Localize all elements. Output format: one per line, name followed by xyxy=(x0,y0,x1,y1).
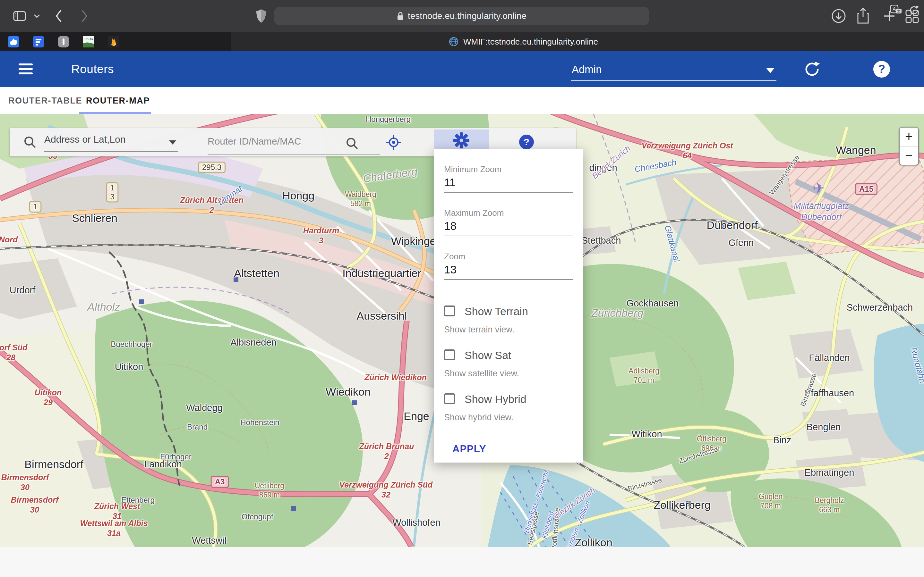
browser-tab-strip: USDA WMIF:testnode.eu.thingularity.onlin… xyxy=(0,32,924,51)
router-search-button[interactable] xyxy=(345,137,359,151)
show-hybrid-label[interactable]: Show Hybrid xyxy=(465,393,527,406)
map-zoom-control: + − xyxy=(899,127,919,165)
app-header: Routers Admin ? xyxy=(0,51,924,87)
zoom-input[interactable]: 13 xyxy=(444,263,457,276)
show-terrain-checkbox[interactable] xyxy=(444,306,455,316)
max-zoom-label: Maximum Zoom xyxy=(444,208,504,218)
sidebar-toggle-icon[interactable] xyxy=(13,10,27,23)
show-sat-label[interactable]: Show Sat xyxy=(465,349,511,362)
map-help-button[interactable]: ? xyxy=(519,135,534,149)
show-hybrid-desc: Show hybrid view. xyxy=(444,413,513,422)
user-select[interactable]: Admin xyxy=(571,61,776,81)
active-tab[interactable]: WMIF:testnode.eu.thingularity.online xyxy=(449,32,598,51)
browser-toolbar: testnode.eu.thingularity.online A 文 xyxy=(0,0,924,32)
globe-icon xyxy=(449,37,459,47)
select-underline xyxy=(44,151,178,152)
active-tab-indicator xyxy=(79,112,151,114)
share-icon[interactable] xyxy=(856,7,870,24)
show-terrain-label[interactable]: Show Terrain xyxy=(465,305,528,318)
lock-icon xyxy=(397,11,404,21)
show-terrain-desc: Show terrain view. xyxy=(444,325,514,335)
tab-overview-icon[interactable] xyxy=(905,9,919,24)
address-bar[interactable]: testnode.eu.thingularity.online xyxy=(274,7,649,25)
favorites-bar: USDA xyxy=(0,32,231,51)
show-hybrid-checkbox[interactable] xyxy=(444,393,455,404)
refresh-button[interactable] xyxy=(804,60,821,78)
page-title: Routers xyxy=(71,51,114,87)
min-zoom-input[interactable]: 11 xyxy=(444,176,456,189)
zoom-in-button[interactable]: + xyxy=(900,127,918,147)
search-type-value: Address or Lat,Lon xyxy=(44,134,126,145)
svg-text:USDA: USDA xyxy=(84,37,94,41)
min-zoom-label: Minimum Zoom xyxy=(444,164,501,174)
url-text: testnode.eu.thingularity.online xyxy=(408,11,527,21)
chevron-down-icon xyxy=(169,140,176,145)
map-settings-panel: Minimum Zoom 11 Maximum Zoom 18 Zoom 13 … xyxy=(434,149,583,463)
max-zoom-input[interactable]: 18 xyxy=(444,219,457,232)
icloud-icon[interactable] xyxy=(8,36,19,47)
firebase-icon[interactable] xyxy=(108,36,120,47)
apply-button[interactable]: APPLY xyxy=(452,443,486,455)
tab-router-table[interactable]: ROUTER-TABLE xyxy=(8,87,82,114)
view-tabs: ROUTER-TABLE ROUTER-MAP xyxy=(0,87,924,114)
usda-icon[interactable]: USDA xyxy=(83,36,94,47)
chevron-down-icon xyxy=(766,68,774,73)
search-icon xyxy=(23,135,37,149)
zoom-label: Zoom xyxy=(444,251,465,261)
show-sat-checkbox[interactable] xyxy=(444,350,455,360)
menu-button[interactable] xyxy=(19,63,33,75)
gray-app-icon[interactable] xyxy=(58,36,69,47)
search-type-select[interactable]: Address or Lat,Lon xyxy=(44,134,179,151)
tab-title-text: WMIF:testnode.eu.thingularity.online xyxy=(463,37,598,47)
router-search-input[interactable]: Router ID/Name/MAC xyxy=(208,136,362,147)
new-tab-icon[interactable] xyxy=(883,10,896,23)
back-button[interactable] xyxy=(54,8,63,24)
help-button[interactable]: ? xyxy=(873,61,890,77)
show-sat-desc: Show satellite view. xyxy=(444,369,519,379)
docs-icon[interactable] xyxy=(33,36,44,47)
privacy-shield-icon[interactable] xyxy=(255,8,267,24)
input-underline xyxy=(208,154,380,155)
user-select-value: Admin xyxy=(572,63,602,76)
zoom-out-button[interactable]: − xyxy=(900,147,918,165)
page-footer-area xyxy=(0,547,924,577)
locate-icon[interactable] xyxy=(386,134,402,150)
settings-gear-icon[interactable] xyxy=(453,132,470,149)
downloads-icon[interactable] xyxy=(831,8,846,24)
router-map[interactable]: SchlierenUrdorfAltstettenHonggWipkingenI… xyxy=(0,114,924,547)
sidebar-chevron-icon[interactable] xyxy=(33,13,40,19)
svg-text:文: 文 xyxy=(897,9,901,13)
forward-button[interactable] xyxy=(79,8,89,24)
tab-router-map[interactable]: ROUTER-MAP xyxy=(86,87,150,114)
